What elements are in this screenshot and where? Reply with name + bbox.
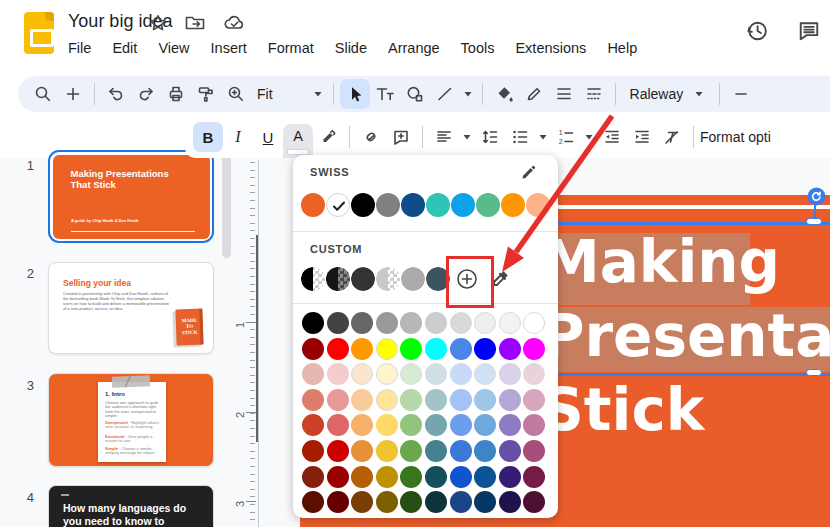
palette-color-swatch[interactable] [425, 491, 447, 513]
custom-color-swatch[interactable] [401, 267, 425, 291]
slides-logo-icon[interactable] [24, 12, 54, 54]
comments-icon[interactable] [796, 18, 822, 44]
border-dash-button[interactable] [579, 79, 609, 109]
palette-color-swatch[interactable] [474, 491, 496, 513]
zoom-select[interactable]: Fit [251, 79, 279, 109]
palette-color-swatch[interactable] [351, 414, 373, 436]
undo-button[interactable] [101, 79, 131, 109]
palette-color-swatch[interactable] [376, 466, 398, 488]
search-menus-button[interactable] [28, 79, 58, 109]
palette-color-swatch[interactable] [351, 338, 373, 360]
palette-color-swatch[interactable] [425, 440, 447, 462]
palette-color-swatch[interactable] [400, 389, 422, 411]
palette-color-swatch[interactable] [450, 466, 472, 488]
theme-color-swatch[interactable] [476, 193, 500, 217]
menu-edit[interactable]: Edit [112, 40, 137, 56]
bulleted-list-button[interactable] [505, 122, 535, 152]
palette-color-swatch[interactable] [474, 363, 496, 385]
palette-color-swatch[interactable] [400, 414, 422, 436]
bulleted-list-caret-icon[interactable] [535, 122, 551, 152]
font-caret-icon[interactable] [691, 79, 707, 109]
palette-color-swatch[interactable] [523, 338, 545, 360]
palette-color-swatch[interactable] [327, 312, 349, 334]
palette-color-swatch[interactable] [400, 312, 422, 334]
palette-color-swatch[interactable] [376, 389, 398, 411]
zoom-button[interactable] [221, 79, 251, 109]
border-weight-button[interactable] [549, 79, 579, 109]
menu-tools[interactable]: Tools [461, 40, 495, 56]
palette-color-swatch[interactable] [474, 338, 496, 360]
text-box-button[interactable] [370, 79, 400, 109]
menu-insert[interactable]: Insert [211, 40, 247, 56]
menu-extensions[interactable]: Extensions [515, 40, 586, 56]
palette-color-swatch[interactable] [302, 466, 324, 488]
palette-color-swatch[interactable] [351, 312, 373, 334]
theme-color-swatch[interactable] [426, 193, 450, 217]
palette-color-swatch[interactable] [327, 466, 349, 488]
print-button[interactable] [161, 79, 191, 109]
highlight-color-button[interactable] [313, 122, 343, 152]
resize-handle-bottom[interactable] [806, 369, 822, 376]
palette-color-swatch[interactable] [450, 389, 472, 411]
font-size-decrease-button[interactable] [726, 79, 756, 109]
menu-slide[interactable]: Slide [335, 40, 367, 56]
numbered-list-button[interactable]: 12 [551, 122, 581, 152]
theme-color-swatch-selected[interactable] [326, 193, 350, 217]
palette-color-swatch[interactable] [523, 363, 545, 385]
palette-color-swatch[interactable] [376, 338, 398, 360]
zoom-add-button[interactable] [58, 79, 88, 109]
line-spacing-button[interactable] [475, 122, 505, 152]
palette-color-swatch[interactable] [450, 491, 472, 513]
palette-color-swatch[interactable] [302, 491, 324, 513]
border-color-button[interactable] [519, 79, 549, 109]
palette-color-swatch[interactable] [523, 389, 545, 411]
palette-color-swatch[interactable] [499, 440, 521, 462]
palette-color-swatch[interactable] [302, 414, 324, 436]
theme-color-swatch[interactable] [401, 193, 425, 217]
palette-color-swatch[interactable] [327, 414, 349, 436]
palette-color-swatch[interactable] [351, 466, 373, 488]
align-caret-icon[interactable] [459, 122, 475, 152]
palette-color-swatch[interactable] [425, 338, 447, 360]
menu-arrange[interactable]: Arrange [388, 40, 440, 56]
theme-color-swatch[interactable] [301, 193, 325, 217]
palette-color-swatch[interactable] [499, 491, 521, 513]
palette-color-swatch[interactable] [327, 440, 349, 462]
move-folder-icon[interactable] [184, 13, 206, 33]
palette-color-swatch[interactable] [302, 389, 324, 411]
decrease-indent-button[interactable] [597, 122, 627, 152]
palette-color-swatch[interactable] [327, 491, 349, 513]
palette-color-swatch[interactable] [400, 491, 422, 513]
palette-color-swatch[interactable] [425, 363, 447, 385]
palette-color-swatch[interactable] [302, 363, 324, 385]
menu-format[interactable]: Format [268, 40, 314, 56]
palette-color-swatch[interactable] [351, 389, 373, 411]
slide-thumbnail-2[interactable]: Selling your idea Created in partnership… [48, 262, 214, 354]
theme-color-swatch[interactable] [351, 193, 375, 217]
resize-handle-top[interactable] [806, 218, 822, 225]
theme-color-swatch[interactable] [376, 193, 400, 217]
menu-view[interactable]: View [158, 40, 189, 56]
palette-color-swatch[interactable] [450, 363, 472, 385]
underline-button[interactable]: U [253, 122, 283, 152]
fill-color-button[interactable] [489, 79, 519, 109]
clear-formatting-button[interactable] [657, 122, 687, 152]
palette-color-swatch[interactable] [450, 312, 472, 334]
palette-color-swatch[interactable] [376, 312, 398, 334]
palette-color-swatch[interactable] [523, 491, 545, 513]
sidebar-scrollbar[interactable] [222, 150, 231, 258]
palette-color-swatch[interactable] [425, 389, 447, 411]
redo-button[interactable] [131, 79, 161, 109]
palette-color-swatch[interactable] [400, 440, 422, 462]
palette-color-swatch[interactable] [351, 363, 373, 385]
slide-thumbnail-1[interactable]: Making Presentations That Stick A guide … [48, 150, 214, 243]
custom-color-swatch[interactable] [301, 267, 325, 291]
palette-color-swatch[interactable] [499, 466, 521, 488]
palette-color-swatch[interactable] [376, 363, 398, 385]
palette-color-swatch[interactable] [523, 312, 545, 334]
custom-color-swatch[interactable] [326, 267, 350, 291]
palette-color-swatch[interactable] [474, 312, 496, 334]
theme-color-swatch[interactable] [526, 193, 550, 217]
menu-help[interactable]: Help [607, 40, 637, 56]
palette-color-swatch[interactable] [499, 312, 521, 334]
